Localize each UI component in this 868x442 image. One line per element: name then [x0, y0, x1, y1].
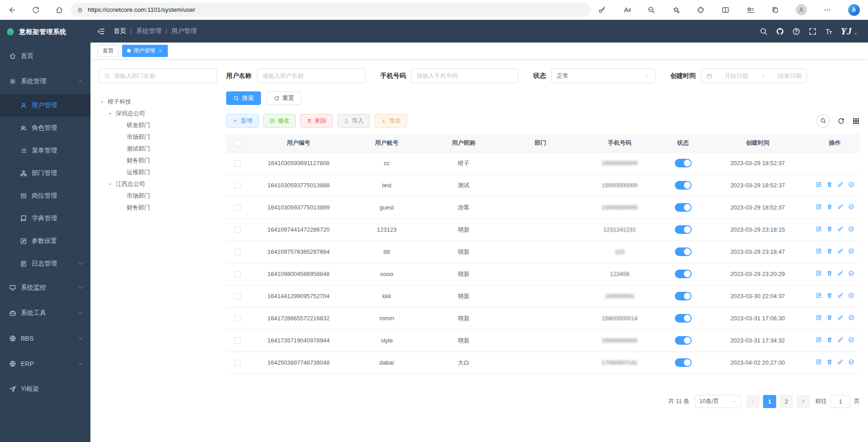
modify-button[interactable]: 修改 — [263, 114, 296, 128]
reset-password-icon[interactable] — [837, 270, 844, 276]
goto-page-input[interactable] — [830, 395, 850, 408]
browser-more-icon[interactable] — [823, 6, 831, 14]
prev-page-button[interactable] — [746, 395, 759, 408]
sidebar-item-users[interactable]: 角色管理 — [0, 117, 90, 139]
toggle-search-button[interactable] — [816, 114, 830, 128]
column-settings-button[interactable] — [852, 117, 860, 125]
assign-role-icon[interactable] — [848, 292, 854, 299]
reload-icon[interactable] — [32, 6, 40, 14]
assign-role-icon[interactable] — [848, 337, 854, 343]
tab-user-management[interactable]: 用户管理 — [122, 45, 168, 57]
reset-password-icon[interactable] — [837, 181, 844, 188]
help-icon[interactable] — [792, 27, 801, 36]
status-toggle[interactable] — [675, 336, 692, 345]
edit-icon[interactable] — [816, 270, 822, 276]
page-1-button[interactable]: 1 — [763, 395, 776, 408]
assign-role-icon[interactable] — [848, 226, 854, 232]
read-aloud-icon[interactable] — [623, 6, 631, 14]
sidebar-collapse-icon[interactable] — [97, 27, 105, 36]
assign-role-icon[interactable] — [848, 204, 854, 210]
sidebar-item-badge[interactable]: 岗位管理 — [0, 185, 90, 207]
add-button[interactable]: 新增 — [226, 114, 259, 128]
status-toggle[interactable] — [675, 270, 692, 278]
tab-home[interactable]: 首页 — [98, 45, 119, 57]
tree-node[interactable]: 深圳总公司 — [99, 108, 217, 119]
reset-password-icon[interactable] — [837, 359, 844, 365]
page-2-button[interactable]: 2 — [780, 395, 793, 408]
import-button[interactable]: 导入 — [337, 114, 370, 128]
username-input[interactable] — [262, 72, 360, 79]
reset-button[interactable]: 重置 — [266, 91, 301, 105]
row-checkbox[interactable] — [234, 293, 241, 299]
tree-node[interactable]: 财务部门 — [99, 155, 217, 166]
fullscreen-icon[interactable] — [808, 27, 817, 36]
tree-node[interactable]: 运维部门 — [99, 166, 217, 178]
zoom-out-icon[interactable] — [647, 6, 655, 14]
reset-password-icon[interactable] — [837, 248, 844, 254]
status-toggle[interactable] — [675, 358, 692, 367]
password-key-icon[interactable] — [598, 6, 606, 14]
browser-profile-avatar[interactable] — [796, 4, 807, 15]
favorites-icon[interactable] — [746, 6, 754, 14]
row-checkbox[interactable] — [234, 315, 241, 322]
row-checkbox[interactable] — [234, 249, 241, 255]
phone-input[interactable] — [417, 72, 513, 79]
edit-icon[interactable] — [816, 226, 822, 232]
row-checkbox[interactable] — [234, 360, 241, 366]
sidebar-item-send[interactable]: Yi框架 — [0, 376, 90, 402]
font-size-icon[interactable] — [825, 27, 833, 36]
tree-node[interactable]: 市场部门 — [99, 190, 217, 202]
delete-icon[interactable] — [826, 181, 833, 188]
breadcrumb-system[interactable]: 系统管理 — [136, 27, 161, 35]
status-toggle[interactable] — [675, 181, 692, 190]
delete-button[interactable]: 删除 — [300, 114, 333, 128]
search-button[interactable]: 搜索 — [226, 91, 261, 105]
breadcrumb-home[interactable]: 首页 — [114, 27, 126, 35]
status-toggle[interactable] — [675, 247, 692, 256]
assign-role-icon[interactable] — [848, 181, 854, 188]
row-checkbox[interactable] — [234, 337, 241, 344]
delete-icon[interactable] — [826, 337, 833, 343]
github-icon[interactable] — [776, 27, 784, 36]
row-checkbox[interactable] — [234, 204, 241, 211]
delete-icon[interactable] — [826, 270, 833, 276]
back-icon[interactable] — [8, 6, 16, 14]
dept-search-input[interactable] — [114, 72, 212, 79]
tree-node[interactable]: 研发部门 — [99, 119, 217, 131]
sidebar-item-home[interactable]: 首页 — [0, 43, 90, 69]
caret-down-icon[interactable] — [108, 182, 113, 187]
reset-password-icon[interactable] — [837, 314, 844, 321]
sidebar-item-book[interactable]: 字典管理 — [0, 207, 90, 230]
sidebar-item-tools[interactable]: 系统工具 — [0, 300, 90, 326]
edit-icon[interactable] — [816, 314, 822, 321]
assign-role-icon[interactable] — [848, 248, 854, 254]
user-avatar[interactable]: YJ — [841, 26, 858, 37]
caret-down-icon[interactable] — [100, 100, 104, 105]
site-info-lock-icon[interactable] — [77, 7, 83, 13]
delete-icon[interactable] — [826, 292, 833, 299]
delete-icon[interactable] — [826, 248, 833, 254]
status-toggle[interactable] — [675, 292, 692, 300]
tree-node[interactable]: 市场部门 — [99, 131, 217, 143]
tree-node[interactable]: 橙子科技 — [99, 96, 217, 108]
edit-icon[interactable] — [816, 204, 822, 210]
collections-icon[interactable] — [771, 6, 779, 14]
tab-close-icon[interactable] — [158, 48, 163, 53]
address-bar[interactable]: https://ccnetcore.com:1101/system/user — [71, 3, 591, 17]
edit-icon[interactable] — [816, 359, 822, 365]
tree-node[interactable]: 财务部门 — [99, 202, 217, 214]
copilot-icon[interactable]: b — [848, 4, 860, 16]
date-range-picker[interactable]: 开始日期 - 结束日期 — [701, 68, 806, 83]
assign-role-icon[interactable] — [848, 314, 854, 321]
row-checkbox[interactable] — [234, 182, 241, 189]
sidebar-item-globe[interactable]: BBS — [0, 326, 90, 351]
sidebar-item-tree[interactable]: 部门管理 — [0, 162, 90, 185]
split-screen-icon[interactable] — [721, 6, 730, 14]
header-search-icon[interactable] — [759, 27, 768, 36]
browser-home-icon[interactable] — [55, 6, 63, 14]
select-all-checkbox[interactable] — [234, 140, 241, 147]
edit-icon[interactable] — [816, 248, 822, 254]
reset-password-icon[interactable] — [837, 226, 844, 232]
tree-node[interactable]: 测试部门 — [99, 143, 217, 155]
tree-node[interactable]: 江西总公司 — [99, 178, 217, 190]
